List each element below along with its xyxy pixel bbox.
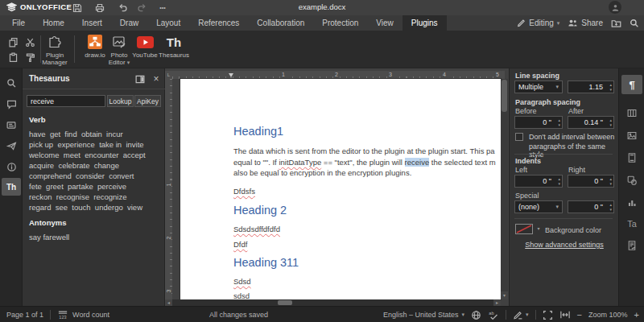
share-button[interactable]: Share [568, 19, 603, 27]
horizontal-ruler[interactable]: 1 2 3 4 5 [172, 71, 505, 79]
synonym-line[interactable]: pick up experience take in invite [29, 140, 144, 149]
chart-settings-button[interactable] [621, 192, 642, 212]
spinner-arrows-icon[interactable]: ▴▾ [609, 118, 612, 127]
indent-left-spinner[interactable]: 0 " ▴▾ [514, 175, 563, 188]
save-button[interactable] [71, 2, 84, 14]
scroll-left-arrow[interactable]: ◂ [165, 299, 172, 306]
table-settings-button[interactable] [621, 103, 642, 122]
thesaurus-search-input[interactable] [27, 95, 105, 107]
special-amount-spinner[interactable]: 0 " ▴▾ [568, 200, 614, 213]
synonym-line[interactable]: regard see touch undergo view [29, 203, 142, 212]
misspelled-word[interactable]: initDataType [279, 158, 321, 167]
language-selector[interactable]: English – United States ▾ [383, 311, 464, 319]
image-settings-button[interactable] [621, 126, 642, 145]
vertical-ruler[interactable]: 1 2 3 [165, 79, 172, 306]
spinner-arrows-icon[interactable]: ▴▾ [558, 176, 560, 186]
word-count-button[interactable]: 123 Word count [57, 310, 109, 320]
special-dropdown[interactable]: (none)▾ [514, 200, 563, 213]
doc-paragraph-line[interactable]: equal to "". If initDataType == "text", … [233, 158, 496, 167]
tab-file[interactable]: File [3, 15, 34, 31]
cut-button[interactable] [22, 35, 38, 49]
spinner-arrows-icon[interactable]: ▴▾ [558, 118, 560, 127]
horizontal-scrollbar[interactable]: ◂ ▸ [165, 299, 501, 306]
scroll-down-arrow[interactable]: ▾ [501, 291, 508, 299]
spinner-arrows-icon[interactable]: ▴▾ [609, 202, 612, 212]
search-menu-button[interactable] [630, 19, 639, 28]
page-indicator[interactable]: Page 1 of 1 [6, 311, 43, 319]
more-actions-button[interactable]: ••• [156, 2, 169, 14]
line-spacing-dropdown[interactable]: Multiple▾ [514, 80, 563, 93]
textart-settings-button[interactable]: Ta [621, 214, 642, 233]
redo-button[interactable] [135, 2, 148, 14]
headers-footers-settings-button[interactable] [621, 148, 642, 167]
thesaurus-panel-button[interactable]: Th [2, 178, 21, 196]
editing-mode-button[interactable]: Editing ▾ [517, 19, 559, 27]
synonym-line[interactable]: acquire celebrate change [29, 161, 119, 170]
thesaurus-toolbar-button[interactable]: Th Thesaurus [156, 34, 192, 59]
tab-selector[interactable]: L [165, 71, 172, 79]
navigation-panel-button[interactable] [2, 116, 21, 134]
undo-button[interactable] [116, 2, 129, 14]
mail-merge-settings-button[interactable] [621, 236, 642, 255]
doc-heading2[interactable]: Heading 2 [233, 204, 287, 217]
format-painter-button[interactable] [22, 50, 38, 64]
tab-draw[interactable]: Draw [111, 15, 147, 31]
line-spacing-amount-spinner[interactable]: 1.15 ▴▾ [568, 80, 614, 93]
advanced-settings-link[interactable]: Show advanced settings [510, 241, 619, 249]
fit-width-button[interactable] [559, 310, 571, 320]
lookup-button[interactable]: Lookup [107, 95, 134, 107]
misspelled-word[interactable]: Dfdsfs [233, 187, 255, 196]
vertical-scrollbar-thumb[interactable] [502, 80, 507, 112]
copy-button[interactable] [5, 35, 21, 49]
tab-references[interactable]: References [189, 15, 248, 31]
tab-plugins[interactable]: Plugins [402, 15, 447, 31]
tab-home[interactable]: Home [34, 15, 73, 31]
feedback-panel-button[interactable] [2, 137, 21, 155]
tab-layout[interactable]: Layout [147, 15, 189, 31]
synonym-line[interactable]: have get find obtain incur [29, 130, 123, 138]
tab-view[interactable]: View [367, 15, 402, 31]
user-avatar[interactable] [609, 1, 621, 14]
zoom-out-button[interactable]: − [577, 310, 582, 320]
horizontal-scrollbar-thumb[interactable] [278, 300, 292, 305]
set-language-button[interactable] [471, 310, 481, 320]
interval-checkbox[interactable] [515, 133, 523, 141]
spacing-after-spinner[interactable]: 0.14 " ▴▾ [568, 116, 614, 129]
interval-checkbox-label[interactable]: Don't add interval between [529, 133, 614, 141]
fit-page-button[interactable] [543, 310, 553, 320]
tab-protection[interactable]: Protection [313, 15, 367, 31]
chevron-down-icon[interactable]: ▾ [535, 223, 543, 235]
shape-settings-button[interactable] [621, 171, 642, 190]
doc-paragraph-line[interactable]: also be equal to encryption in the encry… [233, 168, 411, 177]
spell-check-button[interactable]: ab [488, 310, 499, 320]
zoom-in-button[interactable]: + [634, 310, 639, 320]
synonym-line[interactable]: welcome meet encounter accept [29, 151, 146, 159]
plugin-manager-button[interactable]: Plugin Manager [37, 34, 72, 66]
tab-collaboration[interactable]: Collaboration [248, 15, 313, 31]
paragraph-settings-button[interactable]: ¶ [621, 75, 642, 94]
about-panel-button[interactable] [2, 158, 21, 175]
doc-paragraph-line[interactable]: The data which is sent from the editor t… [233, 147, 495, 155]
doc-heading3[interactable]: Heading 311 [233, 256, 299, 269]
spinner-arrows-icon[interactable]: ▴▾ [609, 176, 612, 186]
paste-button[interactable] [5, 50, 21, 64]
apikey-button[interactable]: ApiKey [134, 95, 161, 107]
search-panel-button[interactable] [2, 74, 21, 92]
selected-word[interactable]: receive [405, 158, 430, 167]
indent-right-spinner[interactable]: 0 " ▴▾ [568, 175, 614, 188]
dock-panel-button[interactable] [134, 73, 146, 85]
misspelled-word[interactable]: Sdsdsdffdfdfd [233, 225, 280, 233]
tab-insert[interactable]: Insert [73, 15, 111, 31]
open-file-location-button[interactable] [611, 19, 621, 28]
zoom-level[interactable]: Zoom 100% [588, 311, 628, 319]
synonym-line[interactable]: fete greet partake perceive [29, 182, 126, 191]
scroll-right-arrow[interactable]: ▸ [493, 299, 501, 306]
antonym-line[interactable]: say farewell [29, 233, 69, 242]
print-button[interactable] [93, 2, 106, 14]
spacing-before-spinner[interactable]: 0 " ▴▾ [514, 116, 563, 129]
background-color-swatch[interactable] [515, 224, 533, 234]
document-page[interactable]: Heading1 The data which is sent from the… [180, 79, 501, 299]
misspelled-word[interactable]: Sdsd [233, 277, 251, 286]
doc-heading1[interactable]: Heading1 [233, 125, 283, 138]
interval-checkbox-label[interactable]: paragraphs of the same style [529, 142, 618, 159]
